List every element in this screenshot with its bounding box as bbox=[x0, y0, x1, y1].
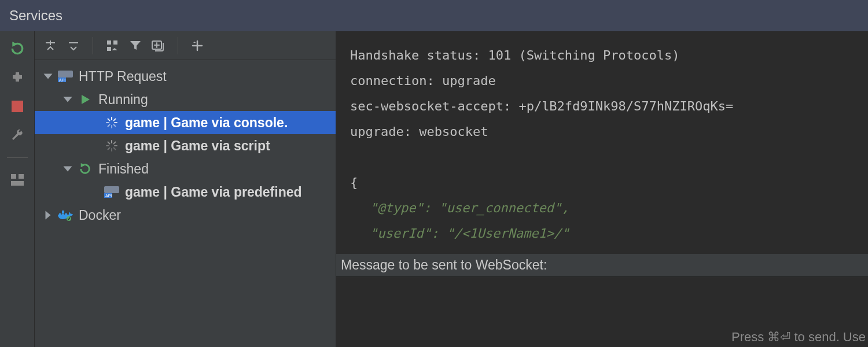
tree-node-finished[interactable]: Finished bbox=[35, 157, 336, 180]
svg-line-25 bbox=[108, 148, 110, 150]
layout-icon[interactable] bbox=[8, 171, 27, 189]
add-button[interactable] bbox=[187, 36, 207, 56]
chevron-right-icon bbox=[43, 210, 53, 220]
toolbar-separator bbox=[93, 37, 93, 54]
tree-node-running[interactable]: Running bbox=[35, 88, 336, 111]
message-label-bar: Message to be sent to WebSocket: bbox=[336, 253, 868, 276]
chevron-down-icon bbox=[43, 71, 53, 82]
toolbar-separator-2 bbox=[178, 37, 178, 54]
svg-rect-33 bbox=[62, 211, 64, 213]
output-line: Handshake status: 101 (Switching Protoco… bbox=[350, 48, 680, 62]
tree-item-game-predefined[interactable]: API game | Game via predefined bbox=[35, 180, 336, 204]
json-line: "userId": "/<1UserName1>/" bbox=[370, 226, 569, 241]
svg-line-16 bbox=[114, 125, 116, 127]
chevron-down-icon bbox=[62, 94, 73, 105]
response-output[interactable]: Handshake status: 101 (Switching Protoco… bbox=[336, 31, 868, 253]
svg-rect-4 bbox=[107, 40, 111, 45]
rerun-green-icon bbox=[78, 163, 93, 175]
right-pane: Handshake status: 101 (Switching Protoco… bbox=[336, 31, 868, 347]
svg-line-17 bbox=[108, 125, 110, 127]
stop-button[interactable] bbox=[8, 97, 27, 116]
left-gutter bbox=[0, 31, 35, 347]
output-line: upgrade: websocket bbox=[350, 124, 488, 139]
output-line: sec-websocket-accept: +p/lB2fd9INk98/S77… bbox=[350, 99, 733, 113]
tree-node-docker[interactable]: Docker bbox=[35, 204, 336, 227]
tree-label: HTTP Request bbox=[79, 69, 167, 84]
svg-text:API: API bbox=[59, 78, 65, 82]
svg-rect-3 bbox=[11, 181, 24, 186]
panel-title-bar: Services bbox=[0, 0, 868, 31]
svg-line-24 bbox=[114, 148, 116, 150]
api-icon: API bbox=[104, 186, 119, 198]
tree-node-http-request[interactable]: API HTTP Request bbox=[35, 65, 336, 88]
services-tree[interactable]: API HTTP Request Running bbox=[35, 60, 336, 347]
svg-line-23 bbox=[108, 142, 110, 144]
rerun-button[interactable] bbox=[8, 39, 27, 58]
tree-item-label: game | Game via script bbox=[125, 138, 270, 154]
collapse-all-button[interactable] bbox=[64, 36, 83, 56]
svg-line-26 bbox=[114, 142, 116, 144]
svg-line-15 bbox=[108, 119, 110, 121]
json-line: "@type": "user_connected", bbox=[370, 201, 569, 215]
open-new-tab-button[interactable] bbox=[149, 36, 168, 56]
svg-line-18 bbox=[114, 119, 116, 121]
extension-icon[interactable] bbox=[8, 68, 27, 87]
docker-icon bbox=[58, 209, 73, 222]
svg-rect-0 bbox=[12, 101, 23, 112]
tree-toolbar bbox=[35, 31, 336, 60]
wrench-icon[interactable] bbox=[8, 126, 27, 145]
send-hint: Press ⌘⏎ to send. Use bbox=[731, 330, 866, 345]
svg-rect-6 bbox=[107, 47, 111, 51]
panel-title: Services bbox=[9, 8, 62, 24]
loading-spinner-icon bbox=[104, 116, 119, 129]
chevron-down-icon bbox=[62, 164, 73, 174]
gutter-separator bbox=[7, 157, 28, 158]
websocket-message-input[interactable]: Press ⌘⏎ to send. Use bbox=[336, 276, 868, 347]
group-by-button[interactable] bbox=[102, 36, 122, 56]
tree-item-label: game | Game via console. bbox=[125, 115, 288, 131]
tree-item-game-console[interactable]: game | Game via console. bbox=[35, 111, 336, 134]
message-label: Message to be sent to WebSocket: bbox=[341, 257, 547, 273]
tree-pane: API HTTP Request Running bbox=[35, 31, 336, 347]
expand-all-button[interactable] bbox=[41, 36, 60, 56]
svg-rect-5 bbox=[113, 40, 117, 45]
content-area: API HTTP Request Running bbox=[0, 31, 868, 347]
svg-rect-2 bbox=[19, 174, 24, 179]
svg-text:API: API bbox=[105, 194, 112, 198]
svg-rect-1 bbox=[11, 174, 16, 179]
loading-spinner-icon bbox=[104, 139, 119, 152]
api-icon: API bbox=[58, 70, 73, 83]
tree-label: Finished bbox=[98, 161, 149, 177]
tree-label: Docker bbox=[79, 208, 121, 223]
filter-button[interactable] bbox=[126, 36, 145, 56]
output-line: connection: upgrade bbox=[350, 73, 496, 88]
svg-rect-27 bbox=[104, 186, 119, 193]
json-brace: { bbox=[350, 175, 358, 190]
play-icon bbox=[78, 93, 93, 106]
svg-rect-8 bbox=[58, 71, 73, 77]
tree-item-label: game | Game via predefined bbox=[125, 184, 302, 200]
tree-item-game-script[interactable]: game | Game via script bbox=[35, 134, 336, 157]
tree-label: Running bbox=[98, 92, 148, 108]
